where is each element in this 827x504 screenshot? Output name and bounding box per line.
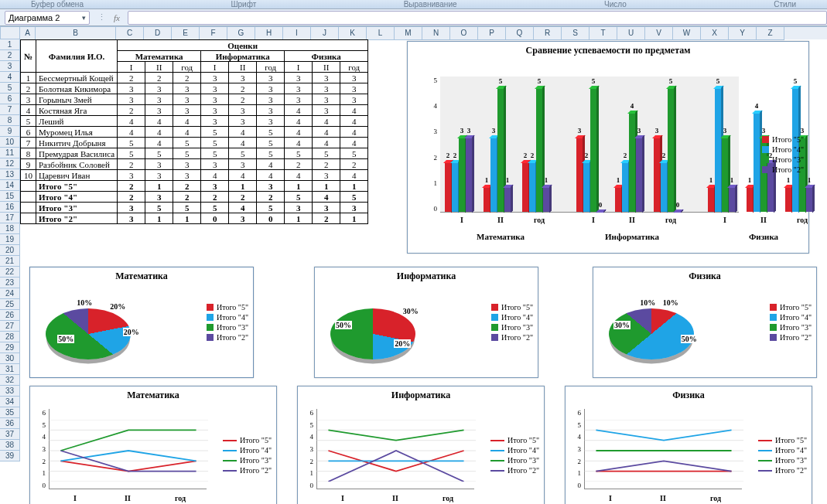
chart-legend: Итого "5"Итого "4"Итого "3"Итого "2": [770, 301, 812, 343]
row-header-37[interactable]: 37: [0, 429, 20, 440]
row-header-36[interactable]: 36: [0, 418, 20, 429]
chart-title: Информатика: [315, 267, 538, 284]
chevron-down-icon[interactable]: ▾: [82, 14, 86, 22]
col-header-B[interactable]: B: [36, 27, 116, 40]
chart-title: Информатика: [298, 387, 544, 403]
row-header-19[interactable]: 19: [0, 234, 20, 245]
row-header-16[interactable]: 16: [0, 202, 20, 213]
row-header-5[interactable]: 5: [0, 83, 20, 94]
col-header-H[interactable]: H: [255, 27, 283, 40]
name-box-drag-icon[interactable]: ⋮: [97, 12, 106, 22]
row-header-18[interactable]: 18: [0, 223, 20, 234]
row-header-38[interactable]: 38: [0, 440, 20, 451]
row-header-20[interactable]: 20: [0, 245, 20, 256]
name-box-value: Диаграмма 2: [9, 13, 60, 22]
col-header-N[interactable]: N: [422, 27, 450, 40]
chart-bar-comparison[interactable]: Сравнение успеваемости по предметам01234…: [407, 41, 809, 254]
col-header-A[interactable]: A: [20, 27, 36, 40]
row-header-9[interactable]: 9: [0, 126, 20, 137]
column-headers[interactable]: ABCDEFGHIJKLMNOPQRSTUVWXYZ: [20, 26, 827, 39]
worksheet-area[interactable]: ABCDEFGHIJKLMNOPQRSTUVWXYZ 1234567891011…: [0, 26, 827, 504]
row-header-28[interactable]: 28: [0, 332, 20, 342]
row-header-11[interactable]: 11: [0, 148, 20, 158]
row-header-7[interactable]: 7: [0, 104, 20, 115]
row-header-2[interactable]: 2: [0, 50, 20, 61]
fx-icon[interactable]: fx: [114, 13, 120, 22]
name-box[interactable]: Диаграмма 2 ▾: [5, 11, 90, 25]
chart-line-physics[interactable]: Физика6543210IIIгодИтого "5"Итого "4"Ито…: [565, 386, 812, 504]
row-header-29[interactable]: 29: [0, 342, 20, 353]
formula-bar-row: Диаграмма 2 ▾ ⋮ fx: [0, 9, 827, 26]
col-header-F[interactable]: F: [200, 27, 227, 40]
formula-bar[interactable]: [128, 11, 827, 25]
row-header-10[interactable]: 10: [0, 137, 20, 148]
row-header-39[interactable]: 39: [0, 451, 20, 461]
col-header-E[interactable]: E: [172, 27, 200, 40]
col-header-D[interactable]: D: [144, 27, 172, 40]
col-header-C[interactable]: C: [116, 27, 144, 40]
col-header-J[interactable]: J: [311, 27, 339, 40]
col-header-V[interactable]: V: [645, 27, 673, 40]
row-header-27[interactable]: 27: [0, 321, 20, 332]
row-header-30[interactable]: 30: [0, 353, 20, 364]
chart-legend: Итого "5"Итого "4"Итого "3"Итого "2": [490, 434, 539, 476]
col-header-W[interactable]: W: [673, 27, 701, 40]
row-header-31[interactable]: 31: [0, 364, 20, 375]
row-header-6[interactable]: 6: [0, 94, 20, 104]
col-header-P[interactable]: P: [478, 27, 506, 40]
col-header-Q[interactable]: Q: [506, 27, 534, 40]
col-header-L[interactable]: L: [367, 27, 395, 40]
col-header-X[interactable]: X: [701, 27, 729, 40]
row-header-35[interactable]: 35: [0, 407, 20, 418]
grades-table[interactable]: №Фамилия И.О.ОценкиМатематикаИнформатика…: [20, 39, 368, 224]
row-header-34[interactable]: 34: [0, 397, 20, 407]
row-header-26[interactable]: 26: [0, 310, 20, 321]
row-header-15[interactable]: 15: [0, 191, 20, 202]
chart-title: Математика: [30, 267, 253, 284]
chart-legend: Итого "5"Итого "4"Итого "3"Итого "2": [762, 134, 804, 175]
row-header-21[interactable]: 21: [0, 256, 20, 267]
ribbon-group-labels: Буфер обмена Шрифт Выравнивание Число Ст…: [0, 0, 827, 9]
grid[interactable]: №Фамилия И.О.ОценкиМатематикаИнформатика…: [20, 39, 827, 504]
col-header-T[interactable]: T: [589, 27, 617, 40]
col-header-Y[interactable]: Y: [729, 27, 757, 40]
row-headers[interactable]: 1234567891011121314151617181920212223242…: [0, 39, 20, 461]
row-header-13[interactable]: 13: [0, 169, 20, 180]
row-header-1[interactable]: 1: [0, 39, 20, 50]
chart-legend: Итого "5"Итого "4"Итого "3"Итого "2": [758, 434, 807, 476]
col-header-Z[interactable]: Z: [757, 27, 784, 40]
chart-line-math[interactable]: Математика6543210IIIгодИтого "5"Итого "4…: [29, 386, 277, 504]
chart-pie-math[interactable]: Математика20%20%50%10%Итого "5"Итого "4"…: [29, 267, 254, 378]
chart-title: Физика: [593, 267, 816, 284]
col-header-K[interactable]: K: [339, 27, 367, 40]
row-header-32[interactable]: 32: [0, 375, 20, 386]
col-header-S[interactable]: S: [562, 27, 589, 40]
row-header-4[interactable]: 4: [0, 72, 20, 83]
chart-title: Физика: [566, 387, 812, 403]
col-header-U[interactable]: U: [617, 27, 645, 40]
row-header-23[interactable]: 23: [0, 278, 20, 288]
chart-pie-physics[interactable]: Физика10%50%30%10%Итого "5"Итого "4"Итог…: [593, 267, 817, 378]
col-header-O[interactable]: O: [450, 27, 478, 40]
row-header-22[interactable]: 22: [0, 267, 20, 278]
col-header-I[interactable]: I: [283, 27, 311, 40]
chart-legend: Итого "5"Итого "4"Итого "3"Итого "2": [223, 434, 272, 476]
chart-pie-informatics[interactable]: Информатика30%20%50%Итого "5"Итого "4"Ит…: [314, 267, 538, 378]
row-header-8[interactable]: 8: [0, 115, 20, 126]
chart-title: Сравнение успеваемости по предметам: [408, 42, 808, 58]
row-header-3[interactable]: 3: [0, 61, 20, 72]
col-header-G[interactable]: G: [227, 27, 255, 40]
chart-legend: Итого "5"Итого "4"Итого "3"Итого "2": [207, 301, 248, 343]
chart-legend: Итого "5"Итого "4"Итого "3"Итого "2": [491, 301, 533, 343]
chart-line-informatics[interactable]: Информатика6543210IIIгодИтого "5"Итого "…: [297, 386, 545, 504]
chart-title: Математика: [30, 387, 276, 403]
col-header-M[interactable]: M: [395, 27, 422, 40]
col-header-R[interactable]: R: [534, 27, 562, 40]
row-header-33[interactable]: 33: [0, 386, 20, 397]
row-header-25[interactable]: 25: [0, 299, 20, 310]
row-header-17[interactable]: 17: [0, 213, 20, 223]
row-header-12[interactable]: 12: [0, 158, 20, 169]
row-header-14[interactable]: 14: [0, 180, 20, 191]
row-header-24[interactable]: 24: [0, 288, 20, 299]
select-all-corner[interactable]: [0, 26, 20, 39]
